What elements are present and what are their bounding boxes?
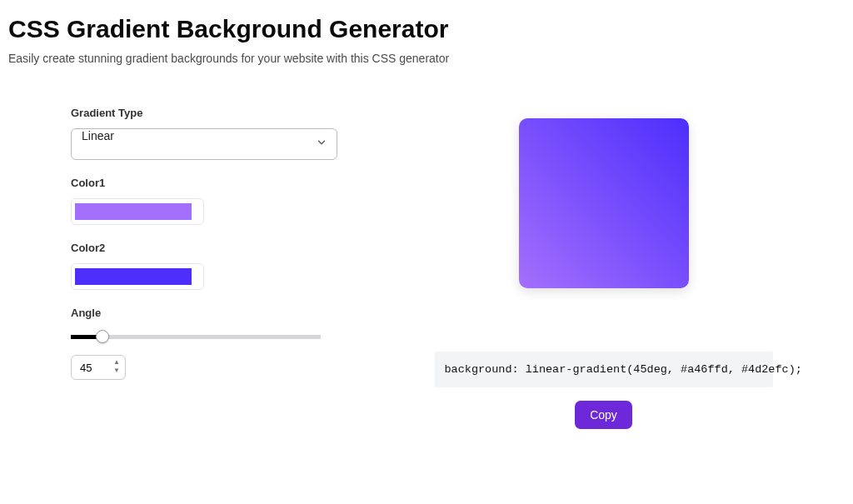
color2-label: Color2 (71, 242, 346, 254)
gradient-type-label: Gradient Type (71, 107, 346, 119)
angle-number-field[interactable] (72, 362, 105, 374)
gradient-type-select[interactable]: Linear (71, 128, 337, 160)
angle-label: Angle (71, 307, 346, 319)
angle-step-down-icon[interactable]: ▼ (112, 367, 122, 375)
angle-number-input[interactable]: ▲ ▼ (71, 355, 126, 380)
angle-slider-thumb[interactable] (96, 330, 109, 343)
angle-step-up-icon[interactable]: ▲ (112, 358, 122, 367)
color1-label: Color1 (71, 177, 346, 189)
page-subtitle: Easily create stunning gradient backgrou… (8, 52, 845, 65)
color2-input[interactable] (71, 263, 204, 290)
color1-input[interactable] (71, 198, 204, 225)
color1-swatch (75, 203, 192, 220)
preview-panel: background: linear-gradient(45deg, #a46f… (379, 107, 828, 429)
gradient-preview (519, 118, 689, 288)
controls-panel: Gradient Type Linear Color1 Color2 Angle… (71, 107, 346, 429)
css-output: background: linear-gradient(45deg, #a46f… (435, 352, 773, 387)
angle-slider[interactable] (71, 328, 337, 345)
page-title: CSS Gradient Background Generator (8, 15, 845, 43)
color2-swatch (75, 268, 192, 285)
copy-button[interactable]: Copy (575, 401, 632, 429)
